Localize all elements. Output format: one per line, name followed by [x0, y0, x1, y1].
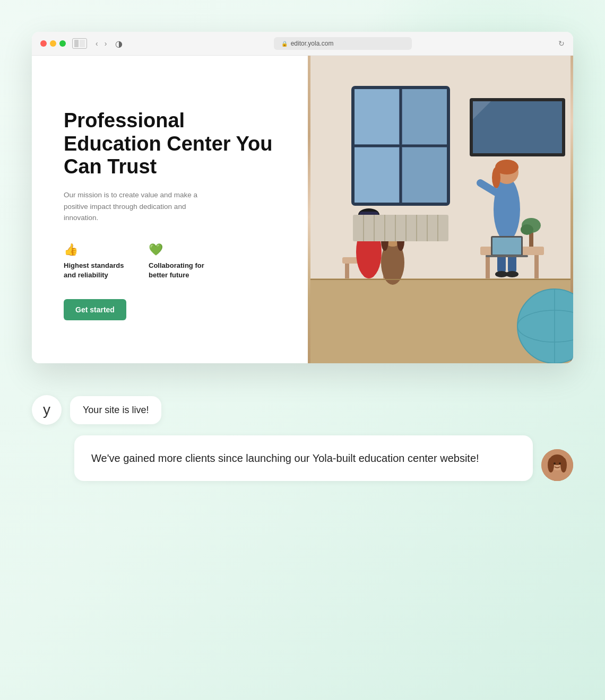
svg-point-61: [560, 458, 567, 472]
svg-rect-6: [355, 89, 399, 144]
url-text: editor.yola.com: [291, 40, 334, 47]
traffic-lights: [40, 40, 66, 47]
yola-avatar: y: [32, 395, 62, 425]
hero-left-panel: Professional Education Center You Can Tr…: [32, 56, 308, 363]
svg-rect-27: [486, 255, 528, 257]
svg-point-63: [554, 462, 556, 465]
svg-point-64: [559, 462, 561, 465]
hero-description: Our mission is to create value and make …: [64, 189, 212, 224]
browser-chrome: ‹ › ◑ 🔒 editor.yola.com ↻: [32, 32, 573, 56]
hero-title: Professional Education Center You Can Tr…: [64, 109, 276, 179]
sidebar-toggle[interactable]: [72, 38, 87, 49]
lock-icon: 🔒: [281, 41, 288, 47]
thumbs-up-icon: 👍: [64, 243, 127, 257]
yola-letter: y: [43, 401, 50, 418]
feature-2: 💚 Collaborating for better future: [149, 243, 212, 280]
chat-bubble-2: We've gained more clients since launchin…: [74, 435, 533, 481]
svg-rect-7: [355, 147, 399, 203]
heart-icon: 💚: [149, 243, 212, 257]
address-bar[interactable]: 🔒 editor.yola.com: [274, 37, 412, 50]
address-bar-wrapper: 🔒 editor.yola.com: [133, 37, 552, 50]
svg-point-30: [521, 224, 533, 235]
svg-rect-9: [402, 147, 447, 203]
svg-rect-26: [492, 238, 521, 255]
feature-2-label: Collaborating for better future: [149, 261, 212, 280]
svg-rect-32: [345, 264, 349, 278]
svg-rect-8: [402, 89, 447, 144]
svg-point-16: [492, 167, 500, 188]
minimize-button[interactable]: [50, 40, 56, 47]
close-button[interactable]: [40, 40, 47, 47]
get-started-button[interactable]: Get started: [64, 299, 126, 320]
browser-content: Professional Education Center You Can Tr…: [32, 56, 573, 363]
nav-controls: ‹ ›: [93, 38, 109, 49]
hero-right-panel: [308, 56, 573, 363]
maximize-button[interactable]: [59, 40, 66, 47]
svg-point-21: [506, 271, 518, 277]
user-avatar: [541, 449, 573, 481]
back-button[interactable]: ‹: [93, 38, 100, 49]
svg-rect-48: [353, 215, 448, 241]
svg-point-60: [548, 458, 554, 472]
chat-section: y Your site is live! We've gained more c…: [32, 384, 573, 481]
forward-button[interactable]: ›: [102, 38, 109, 49]
svg-rect-24: [534, 255, 539, 278]
chat-bubble-1-text: Your site is live!: [83, 405, 149, 415]
classroom-illustration: [308, 56, 573, 363]
feature-1: 👍 Highest standards and reliability: [64, 243, 127, 280]
features-row: 👍 Highest standards and reliability 💚 Co…: [64, 243, 276, 280]
browser-window: ‹ › ◑ 🔒 editor.yola.com ↻ Professional E…: [32, 32, 573, 363]
chat-bubble-left: y Your site is live!: [32, 395, 573, 425]
chat-bubble-right-wrapper: We've gained more clients since launchin…: [32, 435, 573, 481]
svg-rect-11: [473, 101, 562, 153]
chat-bubble-2-text: We've gained more clients since launchin…: [91, 452, 479, 464]
brightness-icon: ◑: [115, 39, 123, 49]
svg-rect-23: [486, 255, 490, 278]
reload-button[interactable]: ↻: [558, 39, 565, 48]
feature-1-label: Highest standards and reliability: [64, 261, 127, 280]
hero-image: [308, 56, 573, 363]
chat-bubble-1: Your site is live!: [70, 396, 161, 424]
